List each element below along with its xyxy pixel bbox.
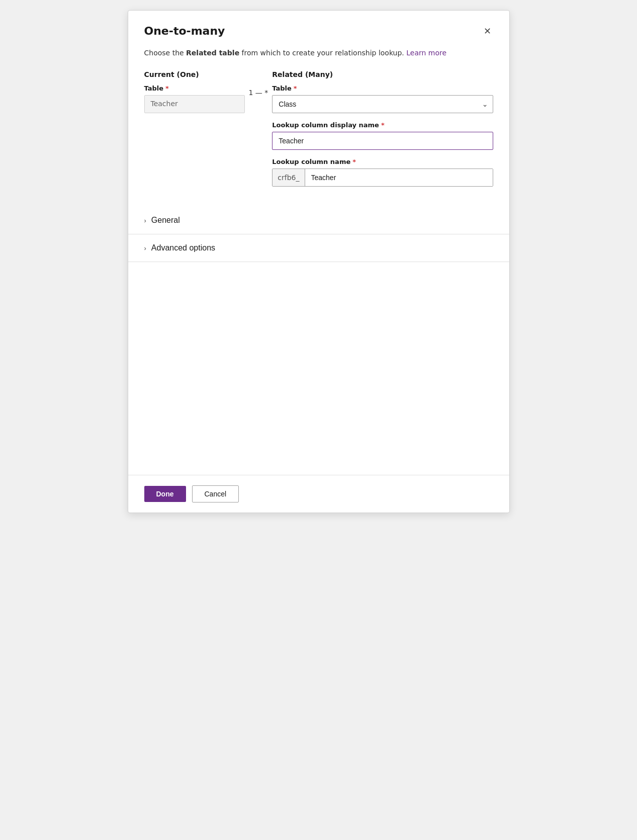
lookup-name-label: Lookup column name *	[272, 158, 493, 165]
lookup-display-label: Lookup column display name *	[272, 121, 493, 129]
subtitle-suffix: from which to create your relationship l…	[239, 49, 404, 57]
general-section-label: General	[151, 216, 180, 225]
learn-more-link[interactable]: Learn more	[406, 49, 446, 57]
advanced-chevron-icon: ›	[144, 244, 146, 252]
lookup-display-required: *	[381, 121, 385, 129]
lookup-name-field: Lookup column name * crfb6_	[272, 158, 493, 187]
lookup-name-prefix: crfb6_	[272, 169, 305, 186]
general-section-toggle[interactable]: › General	[144, 216, 180, 225]
lookup-name-wrapper: crfb6_	[272, 169, 493, 187]
columns-row: Current (One) Table * Teacher 1 — * Rela…	[144, 70, 493, 195]
related-table-select-wrapper: Class Student Subject ⌄	[272, 95, 493, 113]
connector-text: 1 — *	[245, 70, 272, 97]
done-button[interactable]: Done	[144, 486, 186, 502]
lookup-name-required: *	[352, 158, 356, 165]
related-table-required: *	[294, 85, 297, 92]
one-to-many-dialog: One-to-many ✕ Choose the Related table f…	[128, 10, 510, 513]
cancel-button[interactable]: Cancel	[192, 485, 239, 502]
general-section: › General	[128, 207, 509, 234]
related-table-field: Table * Class Student Subject ⌄	[272, 85, 493, 113]
subtitle-prefix: Choose the	[144, 49, 187, 57]
form-area: Current (One) Table * Teacher 1 — * Rela…	[128, 70, 509, 207]
dialog-subtitle: Choose the Related table from which to c…	[128, 48, 509, 70]
dialog-footer: Done Cancel	[128, 475, 509, 513]
current-section-title: Current (One)	[144, 70, 245, 78]
lookup-display-input[interactable]	[272, 132, 493, 150]
advanced-section: › Advanced options	[128, 234, 509, 262]
related-table-select[interactable]: Class Student Subject	[272, 95, 493, 113]
related-table-label: Table *	[272, 85, 493, 92]
general-chevron-icon: ›	[144, 217, 146, 224]
dialog-header: One-to-many ✕	[128, 11, 509, 48]
current-table-input: Teacher	[144, 95, 245, 113]
related-section-title: Related (Many)	[272, 70, 493, 78]
lookup-name-input[interactable]	[305, 169, 493, 186]
lookup-display-field: Lookup column display name *	[272, 121, 493, 150]
close-button[interactable]: ✕	[482, 25, 493, 38]
current-table-field: Table * Teacher	[144, 85, 245, 113]
subtitle-bold: Related table	[186, 49, 239, 57]
advanced-section-toggle[interactable]: › Advanced options	[144, 243, 216, 253]
related-column: Related (Many) Table * Class Student Sub…	[272, 70, 493, 195]
current-table-required: *	[165, 85, 169, 92]
current-table-label: Table *	[144, 85, 245, 92]
dialog-title: One-to-many	[144, 25, 225, 37]
advanced-section-label: Advanced options	[151, 243, 215, 253]
current-column: Current (One) Table * Teacher	[144, 70, 245, 121]
